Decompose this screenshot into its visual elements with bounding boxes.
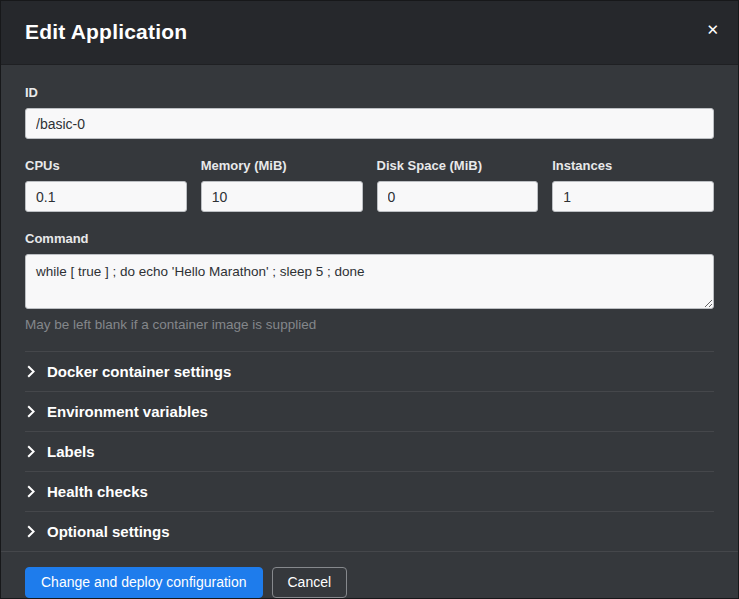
close-icon[interactable]: ✕ [702, 18, 723, 41]
cpus-field-group: CPUs [25, 158, 187, 212]
section-label: Labels [47, 443, 95, 460]
disk-label: Disk Space (MiB) [377, 158, 539, 173]
section-environment-variables[interactable]: Environment variables [25, 391, 714, 431]
modal-footer: Change and deploy configuration Cancel [1, 551, 738, 599]
cpus-input[interactable] [25, 181, 187, 212]
section-label: Docker container settings [47, 363, 231, 380]
cancel-button[interactable]: Cancel [272, 567, 348, 598]
chevron-right-icon [27, 485, 35, 498]
disk-input[interactable] [377, 181, 539, 212]
modal-header: Edit Application ✕ [1, 1, 738, 65]
collapsible-sections: Docker container settings Environment va… [25, 351, 714, 551]
section-health-checks[interactable]: Health checks [25, 471, 714, 511]
change-and-deploy-button[interactable]: Change and deploy configuration [25, 567, 263, 598]
resource-fields-row: CPUs Memory (MiB) Disk Space (MiB) Insta… [25, 158, 714, 212]
section-label: Health checks [47, 483, 148, 500]
section-docker-container-settings[interactable]: Docker container settings [25, 351, 714, 391]
instances-field-group: Instances [552, 158, 714, 212]
memory-input[interactable] [201, 181, 363, 212]
command-help-text: May be left blank if a container image i… [25, 317, 714, 332]
command-label: Command [25, 231, 714, 246]
edit-application-modal: Edit Application ✕ ID CPUs Memory (MiB) … [0, 0, 739, 599]
id-input[interactable] [25, 108, 714, 139]
chevron-right-icon [27, 405, 35, 418]
disk-field-group: Disk Space (MiB) [377, 158, 539, 212]
section-labels[interactable]: Labels [25, 431, 714, 471]
modal-title: Edit Application [25, 20, 714, 44]
id-field-group: ID [25, 85, 714, 139]
command-field-group: Command while [ true ] ; do echo 'Hello … [25, 231, 714, 332]
section-label: Environment variables [47, 403, 208, 420]
cpus-label: CPUs [25, 158, 187, 173]
instances-input[interactable] [552, 181, 714, 212]
section-optional-settings[interactable]: Optional settings [25, 511, 714, 551]
chevron-right-icon [27, 525, 35, 538]
chevron-right-icon [27, 365, 35, 378]
memory-field-group: Memory (MiB) [201, 158, 363, 212]
memory-label: Memory (MiB) [201, 158, 363, 173]
command-textarea[interactable]: while [ true ] ; do echo 'Hello Marathon… [25, 254, 714, 309]
modal-body: ID CPUs Memory (MiB) Disk Space (MiB) In… [1, 65, 738, 551]
chevron-right-icon [27, 445, 35, 458]
instances-label: Instances [552, 158, 714, 173]
id-label: ID [25, 85, 714, 100]
section-label: Optional settings [47, 523, 170, 540]
